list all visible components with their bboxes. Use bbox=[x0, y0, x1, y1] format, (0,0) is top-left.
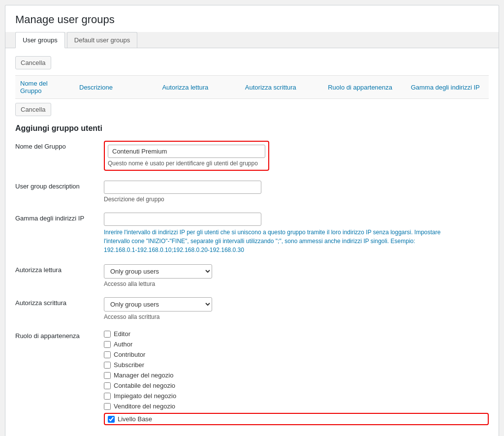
role-label-livello-base: Livello Base bbox=[118, 415, 152, 423]
list-item[interactable]: Venditore del negozio bbox=[104, 403, 489, 410]
col-scrittura: Autorizza scrittura bbox=[240, 84, 323, 91]
list-item[interactable]: Contributor bbox=[104, 351, 489, 358]
role-label-manager: Manager del negozio bbox=[114, 372, 173, 379]
list-item[interactable]: Manager del negozio bbox=[104, 372, 489, 379]
tabs-bar: User groups Default user groups bbox=[5, 32, 499, 48]
checkbox-livello-base[interactable] bbox=[108, 416, 115, 423]
field-description: Descrizione del gruppo bbox=[104, 181, 489, 203]
description-input[interactable] bbox=[104, 181, 261, 194]
list-item[interactable]: Impiegato del negozio bbox=[104, 392, 489, 400]
ip-input[interactable] bbox=[104, 213, 261, 226]
form-row-scrittura: Autorizza scrittura Only group users All… bbox=[15, 297, 489, 320]
field-scrittura: Only group users All users Logged in use… bbox=[104, 297, 489, 320]
checkbox-author[interactable] bbox=[104, 341, 111, 348]
list-item[interactable]: Author bbox=[104, 341, 489, 348]
checkbox-venditore[interactable] bbox=[104, 403, 111, 410]
label-ip: Gamma degli indirizzi IP bbox=[15, 213, 104, 222]
tab-default-user-groups[interactable]: Default user groups bbox=[67, 32, 137, 48]
checkbox-group: Editor Author Contributor Subscriber bbox=[104, 330, 489, 425]
role-label-impiegato: Impiegato del negozio bbox=[114, 392, 176, 400]
page-wrapper: Manage user groups User groups Default u… bbox=[5, 5, 499, 436]
field-lettura: Only group users All users Logged in use… bbox=[104, 264, 489, 287]
label-ruolo: Ruolo di appartenenza bbox=[15, 330, 104, 340]
nome-hint: Questo nome è usato per identificare gli… bbox=[108, 160, 265, 167]
col-ruolo: Ruolo di appartenenza bbox=[323, 84, 406, 91]
role-label-subscriber: Subscriber bbox=[114, 361, 144, 369]
ip-hint: Inrerire l'intervallo di indirizzi IP pe… bbox=[104, 228, 448, 254]
field-ruolo: Editor Author Contributor Subscriber bbox=[104, 330, 489, 425]
cancel-button-1[interactable]: Cancella bbox=[15, 56, 51, 69]
role-label-contributor: Contributor bbox=[114, 351, 145, 358]
checkbox-editor[interactable] bbox=[104, 331, 111, 338]
form-row-description: User group description Descrizione del g… bbox=[15, 181, 489, 203]
form-row-nome: Nome del Gruppo Questo nome è usato per … bbox=[15, 141, 489, 171]
checkbox-subscriber[interactable] bbox=[104, 362, 111, 369]
checkbox-manager[interactable] bbox=[104, 372, 111, 379]
description-hint: Descrizione del gruppo bbox=[104, 196, 489, 203]
list-item[interactable]: Contabile del negozio bbox=[104, 382, 489, 389]
col-descrizione: Descrizione bbox=[74, 84, 157, 91]
field-nome: Questo nome è usato per identificare gli… bbox=[104, 141, 489, 171]
label-description: User group description bbox=[15, 181, 104, 190]
checkbox-impiegato[interactable] bbox=[104, 393, 111, 400]
col-nome: Nome del Gruppo bbox=[15, 80, 74, 94]
scrittura-hint: Accesso alla scrittura bbox=[104, 313, 489, 320]
cancel-button-2[interactable]: Cancella bbox=[15, 103, 51, 116]
role-label-venditore: Venditore del negozio bbox=[114, 403, 175, 410]
lettura-hint: Accesso alla lettura bbox=[104, 280, 489, 287]
col-ip: Gamma degli indirizzi IP bbox=[406, 84, 489, 91]
lettura-select[interactable]: Only group users All users Logged in use… bbox=[104, 264, 212, 279]
tab-user-groups[interactable]: User groups bbox=[15, 32, 65, 48]
form-row-lettura: Autorizza lettura Only group users All u… bbox=[15, 264, 489, 287]
role-label-author: Author bbox=[114, 341, 132, 348]
form-row-ip: Gamma degli indirizzi IP Inrerire l'inte… bbox=[15, 213, 489, 254]
col-lettura: Autorizza lettura bbox=[157, 84, 240, 91]
list-item[interactable]: Subscriber bbox=[104, 361, 489, 369]
list-item[interactable]: Livello Base bbox=[108, 415, 152, 423]
content-area: Cancella Nome del Gruppo Descrizione Aut… bbox=[5, 48, 499, 436]
label-scrittura: Autorizza scrittura bbox=[15, 297, 104, 307]
checkbox-contributor[interactable] bbox=[104, 351, 111, 358]
role-label-editor: Editor bbox=[114, 330, 130, 338]
table-header: Nome del Gruppo Descrizione Autorizza le… bbox=[15, 75, 489, 99]
role-label-contabile: Contabile del negozio bbox=[114, 382, 175, 389]
livello-base-highlighted: Livello Base bbox=[104, 413, 489, 425]
field-ip: Inrerire l'intervallo di indirizzi IP pe… bbox=[104, 213, 489, 254]
scrittura-select[interactable]: Only group users All users Logged in use… bbox=[104, 297, 212, 311]
nome-highlighted-box: Questo nome è usato per identificare gli… bbox=[104, 141, 269, 171]
label-nome: Nome del Gruppo bbox=[15, 141, 104, 150]
page-title: Manage user groups bbox=[5, 5, 499, 32]
checkbox-contabile[interactable] bbox=[104, 382, 111, 389]
list-item[interactable]: Editor bbox=[104, 330, 489, 338]
form-row-ruolo: Ruolo di appartenenza Editor Author Cont… bbox=[15, 330, 489, 425]
nome-input[interactable] bbox=[108, 145, 265, 158]
section-title: Aggiungi gruppo utenti bbox=[15, 124, 489, 133]
label-lettura: Autorizza lettura bbox=[15, 264, 104, 274]
